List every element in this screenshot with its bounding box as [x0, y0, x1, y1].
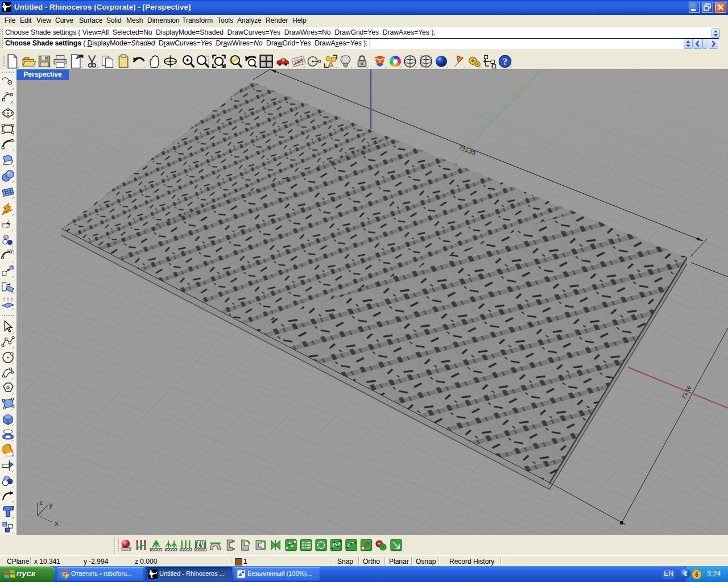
svg-text:73.16: 73.16: [680, 384, 693, 400]
svg-text:y: y: [49, 501, 53, 509]
svg-text:6: 6: [695, 572, 698, 578]
svg-text:?: ?: [503, 56, 507, 67]
svg-text:x: x: [55, 519, 59, 527]
svg-text:z: z: [39, 498, 43, 506]
